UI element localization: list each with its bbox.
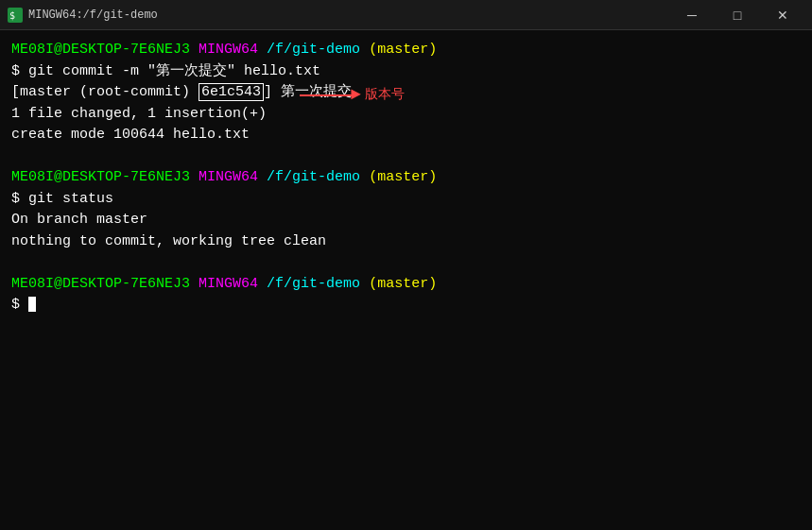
prompt-line-2: ME08I@DESKTOP-7E6NEJ3 MINGW64 /f/git-dem… [11,167,801,189]
prompt-line-3: ME08I@DESKTOP-7E6NEJ3 MINGW64 /f/git-dem… [11,274,801,296]
command-line-1: $ git commit -m "第一次提交" hello.txt [11,61,801,83]
last-prompt-line[interactable]: $ [11,295,801,316]
maximize-button[interactable]: □ [716,0,759,30]
prompt-line-1: ME08I@DESKTOP-7E6NEJ3 MINGW64 /f/git-dem… [11,40,801,61]
command-text-1: $ git commit -m "第一次提交" hello.txt [11,63,320,79]
close-button[interactable]: ✕ [761,0,804,30]
shell-2: MINGW64 [199,167,258,189]
path-2: /f/git-demo [267,167,360,189]
space-6 [360,167,369,189]
output-mode-line: create mode 100644 hello.txt [11,125,801,146]
window-icon: $ [8,8,23,23]
commit-hash: 6e1c543 [199,83,264,101]
space-9 [360,274,369,296]
version-annotation: ► 版本号 [300,84,405,104]
dollar-sign: $ [11,297,28,313]
blank-line-1 [11,146,801,168]
output-insertion-line: 1 file changed, 1 insertion(+) [11,104,801,126]
command-text-2: $ git status [11,191,113,207]
command-line-2: $ git status [11,189,801,211]
branch-1: (master) [369,40,437,61]
shell-3: MINGW64 [199,274,258,296]
nothing-commit-text: nothing to commit, working tree clean [11,233,326,249]
shell-1: MINGW64 [199,40,258,61]
mode-text: create mode 100644 hello.txt [11,127,250,143]
title-bar-title: MINGW64:/f/git-demo [28,9,158,22]
title-bar: $ MINGW64:/f/git-demo ─ □ ✕ [0,0,812,30]
space-2 [258,40,267,61]
branch-status-text: On branch master [11,212,147,228]
branch-3: (master) [369,274,437,296]
status-output-1: On branch master [11,210,801,231]
cursor [28,297,36,312]
arrow-head-icon: ► [351,86,361,103]
blank-line-2 [11,252,801,274]
space-8 [258,274,267,296]
space-4 [190,167,199,189]
path-1: /f/git-demo [267,40,360,61]
title-bar-controls: ─ □ ✕ [670,0,804,30]
commit-pre: [master (root-commit) [11,84,199,100]
insertion-text: 1 file changed, 1 insertion(+) [11,106,267,122]
path-3: /f/git-demo [267,274,360,296]
branch-2: (master) [369,167,437,189]
output-commit-line: [master (root-commit) 6e1c543] 第一次提交 ► 版… [11,82,801,104]
version-label: 版本号 [365,84,405,104]
minimize-button[interactable]: ─ [670,0,714,30]
user-host-1: ME08I@DESKTOP-7E6NEJ3 [11,40,190,61]
arrow-line [300,94,352,96]
space-5 [258,167,267,189]
status-output-2: nothing to commit, working tree clean [11,231,801,253]
space-1 [190,40,199,61]
user-host-3: ME08I@DESKTOP-7E6NEJ3 [11,274,190,296]
terminal-area[interactable]: ME08I@DESKTOP-7E6NEJ3 MINGW64 /f/git-dem… [0,30,812,530]
space-3 [360,40,369,61]
title-bar-left: $ MINGW64:/f/git-demo [8,8,158,23]
svg-text:$: $ [9,10,15,21]
user-host-2: ME08I@DESKTOP-7E6NEJ3 [11,167,190,189]
space-7 [190,274,199,296]
